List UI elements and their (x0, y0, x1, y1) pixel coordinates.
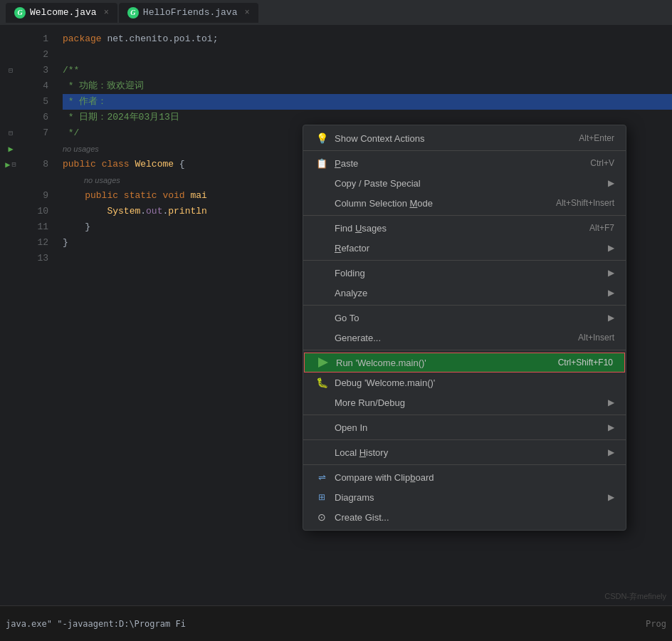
menu-label-show-context-actions: Show Context Actions (335, 133, 565, 144)
refactor-arrow: ▶ (608, 243, 614, 253)
code-line-2 (63, 47, 672, 63)
gutter-3[interactable]: ⊟ (0, 63, 21, 78)
diagrams-icon: ⊞ (315, 492, 329, 502)
menu-item-run-welcome[interactable]: Run 'Welcome.main()' Ctrl+Shift+F10 (304, 353, 625, 372)
menu-label-analyze: Analyze (335, 288, 602, 298)
divider-3 (303, 260, 626, 261)
run-icon-8[interactable]: ▶ (8, 144, 13, 155)
code-line-6: * 日期：2024年03月13日 (63, 110, 672, 125)
menu-label-paste: Paste (335, 158, 576, 169)
menu-label-run-welcome: Run 'Welcome.main()' (336, 358, 544, 368)
code-line-1: package net.chenito.poi.toi; (63, 31, 672, 47)
tab-label-hello: HelloFriends.java (143, 7, 238, 18)
menu-item-create-gist[interactable]: ⊙ Create Gist... (303, 507, 626, 527)
github-icon: ⊙ (315, 511, 329, 523)
diagrams-arrow: ▶ (608, 492, 614, 502)
menu-label-copy-paste-special: Copy / Paste Special (335, 178, 602, 189)
tab-welcome-java[interactable]: G Welcome.java × (6, 3, 117, 23)
gutter-9[interactable]: ▶ ⊟ (0, 157, 21, 172)
menu-label-go-to: Go To (335, 313, 602, 323)
divider-8 (303, 464, 626, 465)
gutter-5 (0, 94, 21, 110)
menu-shortcut-find-usages: Alt+F7 (589, 223, 614, 233)
copy-paste-arrow: ▶ (608, 178, 614, 188)
menu-shortcut-run-welcome: Ctrl+Shift+F10 (558, 358, 613, 368)
open-in-arrow: ▶ (608, 422, 614, 432)
menu-label-debug-welcome: Debug 'Welcome.main()' (335, 377, 614, 388)
menu-item-compare-clipboard[interactable]: ⇌ Compare with Clipboard (303, 467, 626, 487)
fold-icon-9[interactable]: ⊟ (12, 160, 16, 169)
gutter-12 (0, 204, 21, 219)
menu-item-go-to[interactable]: Go To ▶ (303, 308, 626, 328)
divider-7 (303, 439, 626, 440)
menu-label-open-in: Open In (335, 422, 602, 433)
menu-label-find-usages: Find Usages (335, 223, 575, 234)
folding-arrow: ▶ (608, 268, 614, 278)
menu-label-more-run-debug: More Run/Debug (335, 397, 602, 408)
gutter-7[interactable]: ⊟ (0, 125, 21, 141)
watermark: CSDN-弃mefinely (604, 591, 666, 602)
gutter-8[interactable]: ▶ (0, 141, 21, 157)
menu-item-column-selection[interactable]: Column Selection Mode Alt+Shift+Insert (303, 193, 626, 213)
run-triangle-icon (318, 358, 328, 368)
menu-label-refactor: Refactor (335, 243, 602, 254)
menu-label-folding: Folding (335, 268, 602, 278)
menu-item-refactor[interactable]: Refactor ▶ (303, 238, 626, 258)
bulb-icon: 💡 (315, 132, 329, 144)
code-line-4: * 功能：致欢迎词 (63, 78, 672, 94)
menu-label-local-history: Local History (335, 447, 602, 458)
gutter-10 (0, 172, 21, 188)
menu-label-diagrams: Diagrams (335, 492, 602, 503)
menu-item-analyze[interactable]: Analyze ▶ (303, 283, 626, 303)
divider-5 (303, 350, 626, 350)
paste-icon: 📋 (315, 158, 329, 169)
menu-item-diagrams[interactable]: ⊞ Diagrams ▶ (303, 487, 626, 507)
gutter-4 (0, 78, 21, 94)
terminal-prog: Prog (646, 619, 666, 629)
context-menu: 💡 Show Context Actions Alt+Enter 📋 Paste… (303, 125, 626, 531)
code-line-5: * 作者： (63, 94, 672, 110)
menu-item-more-run-debug[interactable]: More Run/Debug ▶ (303, 392, 626, 412)
menu-item-local-history[interactable]: Local History ▶ (303, 442, 626, 462)
run-welcome-icon (316, 358, 330, 368)
fold-icon-3[interactable]: ⊟ (9, 66, 13, 75)
divider-6 (303, 415, 626, 415)
menu-label-column-selection: Column Selection Mode (335, 198, 542, 209)
menu-item-show-context-actions[interactable]: 💡 Show Context Actions Alt+Enter (303, 128, 626, 148)
more-run-debug-arrow: ▶ (608, 397, 614, 407)
fold-icon-7[interactable]: ⊟ (9, 129, 13, 137)
code-line-3: /** (63, 63, 672, 78)
gutter-13 (0, 219, 21, 235)
run-icon-9[interactable]: ▶ (5, 160, 10, 170)
menu-item-find-usages[interactable]: Find Usages Alt+F7 (303, 218, 626, 238)
tab-icon-welcome: G (14, 7, 26, 19)
gutter-1 (0, 31, 21, 47)
tab-hellofriends-java[interactable]: G HelloFriends.java × (119, 3, 258, 23)
menu-item-paste[interactable]: 📋 Paste Ctrl+V (303, 153, 626, 173)
local-history-arrow: ▶ (608, 447, 614, 457)
tab-label-welcome: Welcome.java (30, 7, 97, 18)
menu-shortcut-generate: Alt+Insert (578, 333, 614, 343)
menu-item-open-in[interactable]: Open In ▶ (303, 417, 626, 437)
menu-item-copy-paste-special[interactable]: Copy / Paste Special ▶ (303, 173, 626, 193)
menu-label-create-gist: Create Gist... (335, 512, 614, 523)
analyze-arrow: ▶ (608, 288, 614, 298)
tab-close-welcome[interactable]: × (104, 8, 109, 18)
menu-shortcut-paste: Ctrl+V (590, 158, 614, 168)
menu-item-debug-welcome[interactable]: 🐛 Debug 'Welcome.main()' (303, 372, 626, 392)
menu-shortcut-column-selection: Alt+Shift+Insert (556, 198, 614, 208)
debug-icon: 🐛 (315, 377, 329, 388)
tab-close-hello[interactable]: × (244, 8, 249, 18)
editor-area: G Welcome.java × G HelloFriends.java × ⊟… (0, 0, 672, 641)
go-to-arrow: ▶ (608, 313, 614, 323)
gutter-area: ⊟ ⊟ ▶ ▶ ⊟ (0, 26, 21, 605)
gutter-2 (0, 47, 21, 63)
menu-shortcut-show-context-actions: Alt+Enter (579, 133, 614, 143)
gutter-6 (0, 110, 21, 125)
line-numbers: 1 2 3 4 5 6 7 8 9 10 11 12 13 (21, 26, 57, 605)
terminal-output: java.exe" "-javaagent:D:\Program Fi (6, 619, 186, 629)
bottom-bar: java.exe" "-javaagent:D:\Program Fi Prog (0, 605, 672, 641)
menu-label-compare-clipboard: Compare with Clipboard (335, 472, 614, 483)
menu-item-generate[interactable]: Generate... Alt+Insert (303, 328, 626, 348)
menu-item-folding[interactable]: Folding ▶ (303, 263, 626, 283)
